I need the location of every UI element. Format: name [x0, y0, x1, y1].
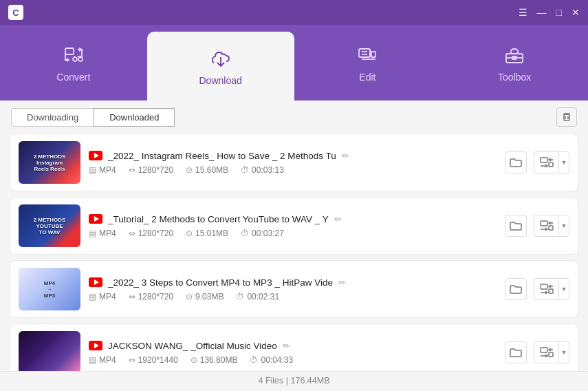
meta-size: ⊙136.80MB — [190, 355, 238, 365]
file-item: JACKSON WANG_ _Official Music Video✏▤MP4… — [10, 324, 578, 371]
youtube-icon — [89, 277, 102, 287]
size-value: 9.03MB — [195, 292, 224, 302]
format-icon: ▤ — [89, 355, 96, 365]
convert-dropdown-button[interactable]: ▼ — [558, 215, 569, 237]
nav-convert[interactable]: Convert — [0, 25, 147, 101]
svg-point-2 — [73, 57, 77, 61]
meta-format: ▤MP4 — [89, 355, 116, 365]
svg-rect-7 — [371, 52, 375, 57]
resolution-value: 1280*720 — [138, 165, 173, 175]
edit-title-icon[interactable]: ✏ — [342, 151, 349, 161]
close-button[interactable]: ✕ — [571, 7, 580, 18]
maximize-button[interactable]: □ — [556, 7, 562, 18]
file-item: 2 METHODSYOUTUBETO WAV_Tutorial_ 2 Metho… — [10, 197, 578, 255]
meta-size: ⊙9.03MB — [186, 292, 224, 302]
meta-format: ▤MP4 — [89, 165, 116, 175]
size-icon: ⊙ — [186, 165, 193, 175]
edit-title-icon[interactable]: ✏ — [338, 277, 346, 288]
youtube-icon — [89, 341, 102, 350]
svg-rect-17 — [549, 162, 553, 167]
meta-resolution: ⇔1280*720 — [129, 229, 173, 238]
file-thumbnail — [19, 331, 80, 371]
edit-title-icon[interactable]: ✏ — [283, 341, 290, 351]
thumbnail-text: 2 METHODSYOUTUBETO WAV — [19, 204, 80, 247]
file-actions: ▼ — [505, 151, 569, 173]
file-actions: ▼ — [505, 278, 569, 300]
file-title: _2022_ Instagram Reels_ How to Save _ 2 … — [108, 151, 336, 161]
meta-duration: ⏱00:02:31 — [236, 292, 279, 302]
duration-icon: ⏱ — [236, 292, 244, 302]
file-item: MP4→MP3_2022_ 3 Steps to Convert MP4 to … — [10, 260, 578, 318]
meta-size: ⊙15.60MB — [186, 165, 228, 175]
open-folder-button[interactable] — [505, 215, 527, 237]
file-title: _Tutorial_ 2 Methods to Convert YouTube … — [108, 214, 329, 224]
svg-rect-25 — [549, 289, 553, 293]
svg-rect-13 — [564, 114, 569, 120]
resolution-value: 1280*720 — [138, 229, 173, 238]
meta-format: ▤MP4 — [89, 229, 116, 238]
toolbox-icon — [502, 43, 527, 67]
resolution-icon: ⇔ — [129, 355, 135, 365]
convert-dropdown-button[interactable]: ▼ — [558, 151, 569, 173]
convert-main-button[interactable] — [534, 341, 558, 363]
nav-toolbox[interactable]: Toolbox — [441, 25, 588, 101]
duration-value: 00:03:27 — [252, 229, 284, 238]
navbar: Convert Download Edit — [0, 25, 588, 101]
footer-text: 4 Files | 176.44MB — [259, 376, 330, 385]
file-thumbnail: 2 METHODSInstagramReels Reels — [19, 141, 80, 184]
file-actions: ▼ — [505, 341, 569, 363]
svg-rect-0 — [65, 48, 74, 54]
nav-convert-label: Convert — [56, 72, 90, 83]
duration-icon: ⏱ — [250, 355, 258, 365]
window-controls: ☰ — □ ✕ — [519, 7, 580, 18]
youtube-icon — [89, 151, 102, 160]
convert-button-group: ▼ — [534, 151, 569, 173]
format-value: MP4 — [99, 292, 116, 302]
delete-all-button[interactable] — [556, 107, 577, 127]
file-title: _2022_ 3 Steps to Convert MP4 to MP3 _ H… — [108, 277, 333, 288]
duration-value: 00:03:13 — [252, 165, 284, 175]
tab-downloaded[interactable]: Downloaded — [94, 108, 175, 127]
edit-icon — [355, 43, 380, 67]
svg-rect-28 — [541, 348, 547, 352]
convert-main-button[interactable] — [534, 215, 558, 237]
svg-rect-21 — [549, 226, 553, 230]
convert-main-button[interactable] — [534, 278, 558, 300]
edit-title-icon[interactable]: ✏ — [334, 214, 342, 224]
tab-downloading[interactable]: Downloading — [11, 108, 94, 127]
svg-rect-24 — [541, 284, 547, 289]
convert-main-button[interactable] — [534, 151, 558, 173]
convert-dropdown-button[interactable]: ▼ — [558, 341, 569, 363]
size-icon: ⊙ — [190, 355, 197, 365]
nav-download[interactable]: Download — [147, 32, 294, 101]
file-item: 2 METHODSInstagramReels Reels_2022_ Inst… — [10, 134, 578, 191]
meta-resolution: ⇔1280*720 — [129, 165, 173, 175]
convert-dropdown-button[interactable]: ▼ — [558, 278, 569, 300]
meta-resolution: ⇔1280*720 — [129, 292, 173, 302]
resolution-icon: ⇔ — [129, 165, 135, 175]
duration-icon: ⏱ — [241, 229, 249, 238]
open-folder-button[interactable] — [505, 151, 527, 173]
open-folder-button[interactable] — [505, 341, 527, 363]
resolution-icon: ⇔ — [129, 229, 135, 238]
convert-icon — [61, 43, 86, 67]
size-value: 136.80MB — [200, 355, 238, 365]
svg-rect-16 — [541, 158, 547, 162]
svg-rect-20 — [541, 221, 547, 226]
open-folder-button[interactable] — [505, 278, 527, 300]
size-value: 15.01MB — [195, 229, 228, 238]
nav-edit[interactable]: Edit — [294, 25, 442, 101]
hamburger-icon[interactable]: ☰ — [519, 7, 527, 18]
resolution-value: 1920*1440 — [138, 355, 178, 365]
minimize-button[interactable]: — — [537, 7, 547, 18]
file-info: JACKSON WANG_ _Official Music Video✏▤MP4… — [89, 341, 497, 365]
size-icon: ⊙ — [186, 229, 193, 238]
file-title: JACKSON WANG_ _Official Music Video — [108, 341, 277, 351]
file-actions: ▼ — [505, 215, 569, 237]
size-icon: ⊙ — [186, 292, 193, 302]
meta-resolution: ⇔1920*1440 — [129, 355, 178, 365]
resolution-value: 1280*720 — [138, 292, 173, 302]
format-icon: ▤ — [89, 229, 96, 238]
file-thumbnail: MP4→MP3 — [19, 268, 80, 310]
meta-duration: ⏱00:03:27 — [241, 229, 284, 238]
